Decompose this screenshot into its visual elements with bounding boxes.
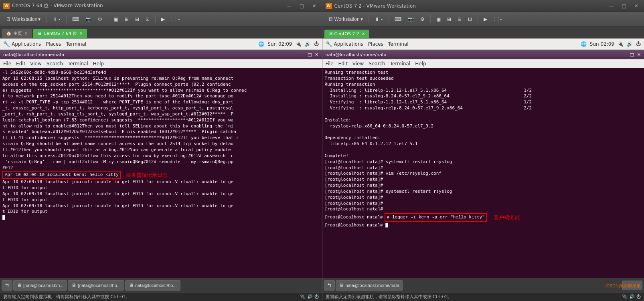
- left-fullscreen-btn[interactable]: ⛶ ▾: [169, 16, 182, 23]
- right-term-close[interactable]: ✕: [637, 52, 641, 57]
- right-menu-file[interactable]: File: [326, 61, 334, 67]
- left-terminal-title: nata@localhost:/home/nata: [3, 52, 64, 57]
- left-globe-icon: 🌐: [258, 41, 264, 47]
- right-places-btn[interactable]: Places: [368, 41, 383, 47]
- right-taskbar-icon-1: 🖥: [339, 283, 344, 288]
- right-term-maximize[interactable]: □: [630, 52, 634, 57]
- right-status-text: 要将输入定向到该虚拟机，请将鼠标指针移入其中或按 Ctrl+G。: [326, 294, 452, 300]
- left-term-close[interactable]: ✕: [315, 52, 318, 57]
- left-view-btn4[interactable]: ⊡: [143, 16, 152, 23]
- right-snapshot-btn[interactable]: 📷: [405, 16, 416, 23]
- left-places-btn[interactable]: Places: [46, 41, 61, 47]
- left-window-title: CentOS 7 64 位 - VMware Workstation: [12, 2, 103, 9]
- right-apps-icon: 🔧: [326, 41, 332, 47]
- left-close-btn[interactable]: ✕: [310, 2, 318, 10]
- right-cursor: █: [385, 223, 388, 228]
- left-settings-btn[interactable]: ⚙: [95, 16, 105, 23]
- left-menu-view[interactable]: View: [30, 61, 41, 67]
- right-status-usb: ⏻: [636, 294, 641, 299]
- left-taskbar-item-2[interactable]: 🖥 [nata@localhost:/ho...: [68, 280, 124, 291]
- toolbar-sep-1: [46, 15, 47, 23]
- left-power-icon: ⏻: [314, 41, 319, 47]
- left-snapshot-btn[interactable]: 📷: [83, 16, 94, 23]
- right-minimize-btn[interactable]: —: [607, 2, 616, 10]
- right-toolbar-sep-1: [369, 15, 369, 23]
- left-workstation-menu[interactable]: 🖥 Workstation ▾: [3, 15, 43, 23]
- left-taskbar-icon-3: 🖥: [129, 283, 134, 288]
- right-status-icons: 🔌 🔊 ⏻: [622, 294, 641, 299]
- left-taskbar-switch-btn[interactable]: ⇆: [2, 280, 12, 291]
- toolbar-sep-4: [155, 15, 156, 23]
- right-menu-terminal[interactable]: Terminal: [390, 61, 411, 67]
- left-menu-search[interactable]: Search: [47, 61, 63, 67]
- right-toolbar-right: 🌐 Sun 02:09 🔌 🔊 ⏻: [581, 41, 641, 47]
- left-menu-terminal[interactable]: Terminal: [68, 61, 88, 67]
- right-toolbar-sep-2: [389, 15, 389, 23]
- left-view-btn2[interactable]: ⊞: [122, 16, 131, 23]
- left-view-btn1[interactable]: ▣: [111, 16, 121, 23]
- left-toolbar: 🖥 Workstation ▾ ⏸ ▾ ⌨ 📷 ⚙ ▣ ⊞ ⊟ ⊡ ▶ ⛶ ▾: [0, 12, 322, 26]
- right-menu-search[interactable]: Search: [369, 61, 385, 67]
- right-highlight-line: # logger -t kern -p err "hello kitty": [385, 213, 487, 222]
- right-applications-btn[interactable]: 🔧 Applications: [326, 41, 363, 47]
- right-menu-help[interactable]: Help: [415, 61, 426, 67]
- right-prompt-last: [root@localhost nata]# █: [325, 222, 642, 228]
- right-terminal-container: nata@localhost:/home/nata — □ ✕ File Edi…: [322, 50, 644, 278]
- left-minimize-btn[interactable]: —: [284, 2, 294, 10]
- left-status-network: 🔌: [300, 294, 306, 299]
- right-view-btn4[interactable]: ⊡: [466, 16, 474, 23]
- right-menu-edit[interactable]: Edit: [338, 61, 348, 67]
- left-terminal-pre-content: -l 5a52d60c-dd8c-4d90-a669-bc234d3afe4d …: [2, 70, 320, 171]
- left-send-ctrl-alt-del[interactable]: ⌨: [70, 16, 81, 23]
- left-applications-btn[interactable]: 🔧 Applications: [3, 41, 41, 47]
- right-settings-btn[interactable]: ⚙: [418, 16, 427, 23]
- left-menu-edit[interactable]: Edit: [16, 61, 25, 67]
- right-view-btn2[interactable]: ⊞: [445, 16, 454, 23]
- right-annotation: 客户端测试: [494, 214, 520, 221]
- right-sound-icon: 🔊: [627, 41, 633, 47]
- left-taskbar: ⇆ 🖥 [nata@localhost:/h... 🖥 [nata@localh…: [0, 278, 322, 292]
- left-taskbar-icon-1: 🖥: [17, 283, 22, 288]
- left-console-btn[interactable]: ▶: [159, 16, 167, 23]
- left-tab-home[interactable]: 🏠 主页 ✕: [2, 28, 32, 38]
- left-tab-home-close[interactable]: ✕: [24, 31, 28, 36]
- right-tab-vm-close[interactable]: ✕: [362, 32, 365, 36]
- right-title-bar: W CentOS 7 2 - VMware Workstation — □ ✕: [322, 0, 644, 12]
- left-term-maximize[interactable]: □: [308, 52, 312, 57]
- right-taskbar-switch-btn[interactable]: ⇆: [324, 280, 335, 291]
- left-taskbar-item-1[interactable]: 🖥 [nata@localhost:/h...: [13, 280, 67, 291]
- right-pause-btn[interactable]: ⏸ ▾: [372, 16, 385, 23]
- right-guest-toolbar: 🔧 Applications Places Terminal 🌐 Sun 02:…: [322, 38, 644, 50]
- left-pause-btn[interactable]: ⏸ ▾: [50, 16, 63, 23]
- right-term-minimize[interactable]: —: [622, 52, 626, 57]
- right-taskbar-item-1[interactable]: 🖥 nata@localhost:/home/nata: [336, 280, 403, 291]
- left-terminal-body[interactable]: -l 5a52d60c-dd8c-4d90-a669-bc234d3afe4d …: [0, 68, 322, 278]
- right-vm-window: W CentOS 7 2 - VMware Workstation — □ ✕ …: [322, 0, 644, 301]
- left-terminal-btn[interactable]: Terminal: [66, 41, 86, 47]
- right-menu-view[interactable]: View: [352, 61, 364, 67]
- right-terminal-btn[interactable]: Terminal: [388, 41, 409, 47]
- right-tab-vm[interactable]: 🖥 CentOS 7 2 ✕: [324, 29, 370, 38]
- right-view-btn1[interactable]: ▣: [434, 16, 443, 23]
- right-console-btn[interactable]: ▶: [481, 16, 490, 23]
- right-terminal-body[interactable]: Running transaction test Transaction tes…: [322, 68, 644, 278]
- left-tab-bar: 🏠 主页 ✕ 🖥 CentOS 7 64 位 ✕: [0, 26, 322, 38]
- right-maximize-btn[interactable]: □: [620, 2, 629, 10]
- right-workstation-menu[interactable]: 🖥 Workstation ▾: [326, 15, 365, 23]
- left-term-minimize[interactable]: —: [300, 52, 304, 57]
- right-close-btn[interactable]: ✕: [632, 2, 641, 10]
- left-menu-help[interactable]: Help: [93, 61, 104, 67]
- right-vmware-icon: W: [326, 3, 332, 9]
- left-taskbar-arrow-icon: ⇆: [5, 283, 9, 288]
- right-status-network: 🔌: [622, 294, 628, 299]
- left-tab-vm-close[interactable]: ✕: [79, 31, 83, 36]
- left-view-btn3[interactable]: ⊟: [133, 16, 142, 23]
- left-status-speaker: 🔊: [307, 294, 313, 299]
- right-view-btn3[interactable]: ⊟: [455, 16, 464, 23]
- left-maximize-btn[interactable]: □: [297, 2, 306, 10]
- left-tab-vm[interactable]: 🖥 CentOS 7 64 位 ✕: [33, 28, 87, 38]
- left-taskbar-item-3[interactable]: 🖥 nata@localhost:/ho...: [125, 280, 180, 291]
- left-menu-file[interactable]: File: [3, 61, 11, 67]
- right-fullscreen-btn[interactable]: ⛶ ▾: [491, 16, 504, 23]
- right-send-ctrl-alt-del[interactable]: ⌨: [392, 16, 404, 23]
